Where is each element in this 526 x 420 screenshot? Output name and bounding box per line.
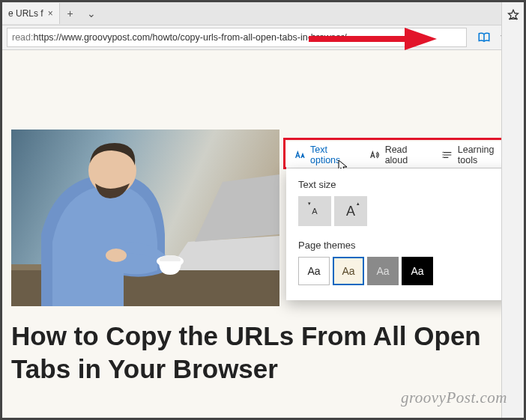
svg-point-8	[106, 249, 127, 262]
theme-dark-button[interactable]: Aa	[402, 257, 433, 285]
decrease-text-button[interactable]: ▾ A	[298, 196, 331, 226]
text-size-controls: ▾ A ▴ A	[298, 196, 501, 226]
tab-menu-chevron-icon[interactable]: ⌄	[81, 3, 102, 24]
page-themes-label: Page themes	[298, 240, 501, 251]
favorites-hub-icon[interactable]	[507, 8, 520, 22]
reading-view-toolbar: Text options Read aloud Learning tools	[286, 141, 501, 168]
up-caret-icon: ▴	[357, 201, 360, 207]
page-content: How to Copy the URLs From All Open Tabs …	[2, 50, 501, 418]
learning-tools-icon	[441, 149, 453, 161]
close-icon[interactable]: ×	[48, 8, 53, 19]
address-bar: read:https://www.groovypost.com/howto/co…	[2, 25, 524, 50]
down-caret-icon: ▾	[308, 201, 311, 207]
read-aloud-button[interactable]: Read aloud	[361, 141, 434, 168]
reading-view-icon[interactable]	[477, 31, 491, 44]
article-hero-image	[11, 130, 279, 306]
text-options-button[interactable]: Text options	[286, 141, 361, 168]
article-headline: How to Copy the URLs From All Open Tabs …	[11, 320, 486, 386]
new-tab-button[interactable]: +	[60, 3, 81, 24]
learning-tools-label: Learning tools	[458, 144, 501, 165]
tab-title: e URLs f	[8, 8, 43, 19]
url-text: https://www.groovypost.com/howto/copy-ur…	[34, 32, 347, 43]
watermark: groovyPost.com	[401, 389, 507, 407]
tab-strip: e URLs f × + ⌄	[2, 2, 524, 25]
read-aloud-label: Read aloud	[385, 144, 426, 165]
right-toolbar	[501, 2, 524, 418]
url-scheme: read:	[12, 32, 34, 43]
text-options-icon	[294, 149, 306, 161]
read-aloud-icon	[369, 149, 381, 161]
page-themes-controls: Aa Aa Aa Aa	[298, 257, 501, 285]
theme-light-button[interactable]: Aa	[298, 257, 330, 285]
browser-tab[interactable]: e URLs f ×	[2, 3, 60, 24]
theme-sepia-button[interactable]: Aa	[333, 257, 364, 285]
learning-tools-button[interactable]: Learning tools	[434, 141, 501, 168]
url-field[interactable]: read:https://www.groovypost.com/howto/co…	[7, 28, 467, 47]
increase-text-button[interactable]: ▴ A	[334, 196, 367, 226]
text-options-label: Text options	[310, 144, 354, 165]
text-options-panel: Text size ▾ A ▴ A Page themes Aa Aa Aa A…	[286, 168, 501, 300]
theme-gray-button[interactable]: Aa	[367, 257, 399, 285]
text-size-label: Text size	[298, 179, 501, 190]
